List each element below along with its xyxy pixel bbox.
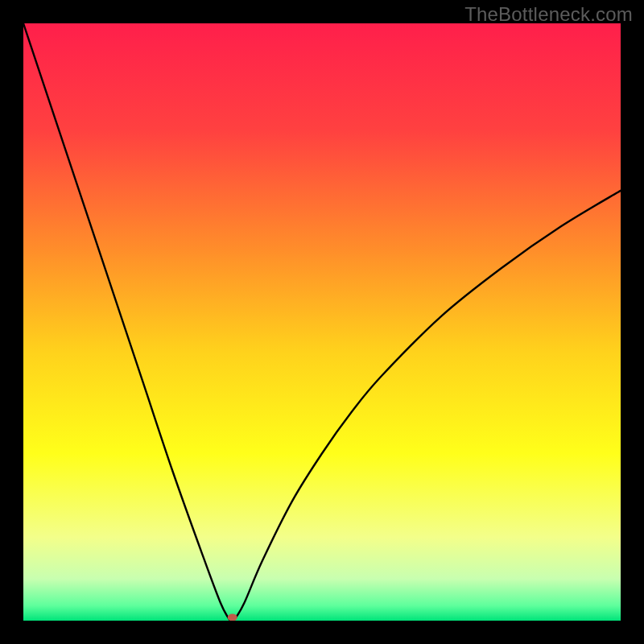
watermark-text: TheBottleneck.com [464,3,633,26]
bottleneck-chart [23,23,621,621]
chart-frame: TheBottleneck.com [0,0,644,644]
gradient-background [23,23,621,621]
plot-area [23,23,621,621]
